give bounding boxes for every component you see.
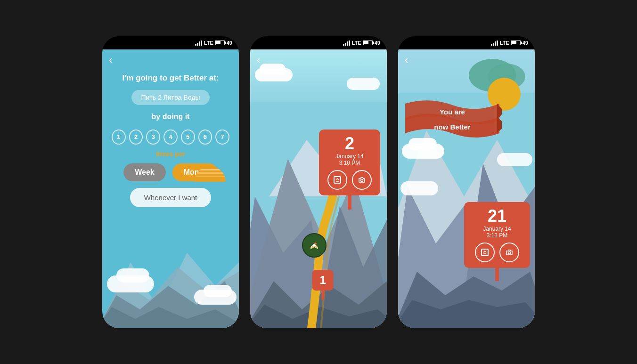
num-6[interactable]: 6 (198, 129, 212, 145)
sign-time-3: 3:13 PM (472, 232, 523, 239)
svg-point-14 (361, 179, 363, 181)
signal-icon-2 (343, 40, 350, 46)
num-4[interactable]: 4 (163, 129, 178, 145)
heading-label: I'm going to get Better at: (112, 73, 229, 83)
edit-svg-3 (480, 248, 490, 257)
back-button-3[interactable]: ‹ (405, 54, 408, 66)
cloud-p2-3 (347, 78, 380, 90)
sign-card-2: 2 January 14 3:10 PM (319, 129, 380, 210)
camera-svg (357, 175, 367, 185)
num-5[interactable]: 5 (181, 129, 195, 145)
cloud-2 (116, 268, 149, 283)
habit-name[interactable]: Пить 2 Литра Воды (131, 90, 209, 105)
status-bar-3: LTE 49 (398, 36, 535, 49)
svg-rect-23 (482, 249, 488, 256)
sign-action-icons-3 (472, 243, 523, 262)
phone1-screen: ‹ (102, 49, 239, 328)
phone3-screen: ‹ (398, 49, 535, 328)
phone-2: LTE 49 ‹ (250, 36, 387, 328)
sign-stick-top (348, 195, 351, 210)
cloud-p3-3 (400, 181, 438, 195)
cloud-p2-2 (260, 64, 286, 75)
battery-icon-1 (215, 40, 225, 45)
times-per-label: times per (112, 150, 229, 158)
status-bar-2: LTE 49 (250, 36, 387, 49)
back-button-2[interactable]: ‹ (257, 54, 260, 66)
mini-sign-1: 1 (312, 270, 333, 300)
camera-icon-3[interactable] (499, 243, 519, 262)
num-3[interactable]: 3 (146, 129, 160, 145)
edit-icon[interactable] (327, 170, 347, 190)
num-1[interactable]: 1 (112, 129, 126, 145)
status-bar-1: LTE 49 (102, 36, 239, 49)
svg-rect-13 (334, 177, 341, 183)
by-doing-label: by doing it (112, 113, 229, 121)
mini-sign-number: 1 (312, 270, 333, 291)
camera-icon[interactable] (352, 170, 372, 190)
whenever-button[interactable]: Whenever I want (130, 188, 212, 207)
phone-1: LTE 49 ‹ (102, 36, 239, 328)
camera-svg-3 (505, 248, 514, 257)
sign-stick-3 (495, 268, 499, 281)
avatar-icon (307, 238, 322, 253)
battery-icon-3 (511, 40, 521, 45)
signal-icon-3 (491, 40, 498, 46)
sign-time-2: 3:10 PM (327, 160, 373, 166)
svg-text:now Better: now Better (434, 123, 471, 131)
ribbon-svg: You are now Better (403, 97, 502, 148)
signal-icon-1 (195, 40, 202, 46)
sign-number-2: 2 (327, 135, 373, 152)
phone-3: LTE 49 ‹ (398, 36, 535, 328)
svg-text:You are: You are (440, 108, 465, 116)
phone2-screen: ‹ (250, 49, 387, 328)
cloud-p3-5 (497, 153, 532, 166)
svg-point-24 (508, 251, 511, 254)
sign-card-3: 21 January 14 3:13 PM (464, 202, 530, 281)
edit-svg (333, 175, 342, 185)
number-circles: 1 2 3 4 5 6 7 (112, 129, 229, 145)
battery-icon-2 (363, 40, 373, 45)
battery-pct-3: 49 (523, 40, 528, 46)
setup-form: I'm going to get Better at: Пить 2 Литра… (102, 49, 239, 212)
num-7[interactable]: 7 (215, 129, 229, 145)
edit-icon-3[interactable] (475, 243, 495, 262)
sign-date-3: January 14 (472, 226, 523, 232)
lte-label-2: LTE (352, 40, 361, 46)
svg-marker-20 (398, 300, 535, 328)
sign-number-3: 21 (472, 208, 523, 225)
back-button-1[interactable]: ‹ (109, 54, 112, 66)
num-2[interactable]: 2 (129, 129, 143, 145)
cloud-4 (204, 285, 232, 297)
week-button[interactable]: Week (123, 163, 166, 181)
svg-point-12 (315, 243, 317, 244)
lte-label-3: LTE (500, 40, 509, 46)
banner-ribbon: You are now Better (403, 97, 506, 150)
sign-date-2: January 14 (327, 153, 373, 160)
lte-label-1: LTE (204, 40, 213, 46)
sun-decoration (195, 166, 226, 182)
battery-pct-2: 49 (375, 40, 380, 46)
mini-sign-stick (321, 291, 324, 300)
character-avatar (302, 233, 327, 258)
sign-action-icons-2 (327, 170, 373, 190)
phones-container: LTE 49 ‹ (0, 0, 637, 364)
battery-pct-1: 49 (227, 40, 232, 46)
